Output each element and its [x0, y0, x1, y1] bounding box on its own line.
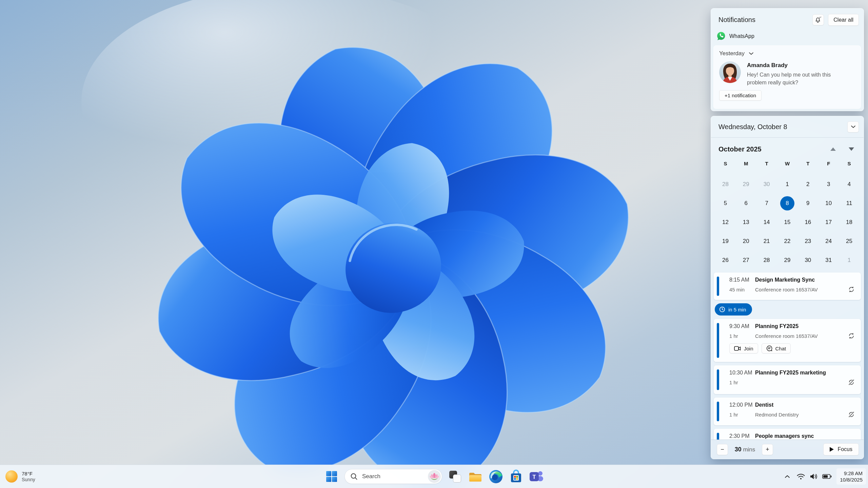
calendar-prev-month-button[interactable] — [830, 147, 836, 151]
calendar-day[interactable]: 12 — [715, 213, 736, 232]
file-explorer-button[interactable] — [468, 469, 483, 484]
chevron-down-icon — [851, 125, 856, 128]
agenda-event[interactable]: 9:30 AM Planning FY2025 1 hr Conference … — [714, 319, 861, 362]
calendar-day[interactable]: 15 — [777, 213, 798, 232]
weekday-label: T — [756, 161, 777, 171]
event-duration: 1 hr — [729, 380, 755, 385]
calendar-day[interactable]: 19 — [715, 232, 736, 251]
increase-minutes-button[interactable]: + — [762, 444, 773, 455]
weekday-header-row: SMTWTFS — [711, 156, 864, 171]
event-time: 8:15 AM — [729, 277, 755, 283]
clock-date: 10/8/2025 — [840, 476, 863, 483]
search-placeholder: Search — [362, 473, 380, 480]
calendar-flyout: Wednesday, October 8 October 2025 SMTWTF… — [711, 116, 864, 459]
calendar-day[interactable]: 1 — [839, 251, 860, 270]
calendar-next-month-button[interactable] — [849, 147, 854, 151]
weather-widget[interactable]: 78°F Sunny — [5, 470, 35, 483]
calendar-day[interactable]: 21 — [756, 232, 777, 251]
calendar-day[interactable]: 20 — [736, 232, 756, 251]
notification-group-label: Yesterday — [719, 50, 745, 57]
calendar-day[interactable]: 11 — [839, 194, 860, 213]
weekday-label: W — [777, 161, 798, 171]
reminder-badge-row: in 5 min — [715, 303, 864, 316]
calendar-day[interactable]: 9 — [797, 194, 818, 213]
event-location: Conference room 16537/AV — [755, 333, 848, 339]
chat-bubble-icon — [766, 345, 772, 351]
calendar-day[interactable]: 1 — [777, 175, 798, 194]
quick-settings-button[interactable] — [793, 470, 835, 483]
calendar-day[interactable]: 30 — [756, 175, 777, 194]
event-accent-bar — [717, 323, 719, 358]
calendar-collapse-button[interactable] — [847, 121, 859, 133]
weekday-label: S — [839, 161, 860, 171]
search-input[interactable]: Search — [344, 469, 442, 484]
windows-logo-icon — [326, 471, 337, 482]
calendar-day[interactable]: 2 — [797, 175, 818, 194]
weekday-label: T — [797, 161, 818, 171]
notification-item[interactable]: Yesterday — [713, 45, 861, 109]
calendar-date-header: Wednesday, October 8 — [711, 116, 864, 138]
calendar-day[interactable]: 7 — [756, 194, 777, 213]
calendar-day[interactable]: 27 — [736, 251, 756, 270]
edge-browser-button[interactable] — [488, 469, 503, 484]
calendar-day[interactable]: 29 — [777, 251, 798, 270]
calendar-day[interactable]: 8 — [777, 194, 798, 213]
event-title: Planning FY2025 marketing — [755, 370, 826, 376]
calendar-day[interactable]: 10 — [818, 194, 839, 213]
calendar-day[interactable]: 28 — [756, 251, 777, 270]
event-time: 12:00 PM — [729, 402, 755, 408]
calendar-day[interactable]: 29 — [736, 175, 756, 194]
agenda-event[interactable]: 10:30 AM Planning FY2025 marketing 1 hr — [714, 365, 861, 394]
decrease-minutes-button[interactable]: − — [717, 444, 728, 455]
teams-icon: T — [529, 470, 544, 483]
notification-group-row[interactable]: Yesterday — [719, 50, 855, 57]
hidden-icons-button[interactable] — [782, 470, 793, 483]
calendar-day[interactable]: 6 — [736, 194, 756, 213]
calendar-day[interactable]: 31 — [818, 251, 839, 270]
focus-button[interactable]: Focus — [823, 443, 859, 455]
calendar-day[interactable]: 25 — [839, 232, 860, 251]
weekday-label: F — [818, 161, 839, 171]
calendar-day[interactable]: 26 — [715, 251, 736, 270]
calendar-day[interactable]: 13 — [736, 213, 756, 232]
weather-condition: Sunny — [22, 477, 35, 483]
agenda-event[interactable]: 12:00 PM Dentist 1 hr Redmond Dentistry — [714, 398, 861, 425]
avatar — [719, 61, 741, 83]
microsoft-store-button[interactable] — [509, 469, 524, 484]
calendar-day[interactable]: 28 — [715, 175, 736, 194]
more-notifications-button[interactable]: +1 notification — [719, 90, 762, 101]
join-button[interactable]: Join — [729, 343, 758, 353]
focus-duration: 30 mins — [733, 446, 757, 453]
notification-settings-button[interactable]: z z — [812, 14, 824, 25]
calendar-day[interactable]: 24 — [818, 232, 839, 251]
calendar-day[interactable]: 4 — [839, 175, 860, 194]
calendar-day[interactable]: 16 — [797, 213, 818, 232]
start-button[interactable] — [324, 469, 339, 484]
calendar-day[interactable]: 3 — [818, 175, 839, 194]
clock-button[interactable]: 9:28 AM 10/8/2025 — [836, 468, 866, 485]
calendar-day[interactable]: 5 — [715, 194, 736, 213]
teams-button[interactable]: T — [529, 469, 544, 484]
search-highlight-badge[interactable] — [428, 470, 441, 483]
taskbar-center: Search — [324, 469, 544, 484]
reminder-badge[interactable]: in 5 min — [715, 303, 752, 316]
search-icon — [350, 473, 358, 480]
calendar-day[interactable]: 17 — [818, 213, 839, 232]
task-view-button[interactable] — [448, 469, 462, 484]
notification-content: Amanda Brady Hey! Can you help me out wi… — [719, 61, 855, 86]
calendar-day[interactable]: 22 — [777, 232, 798, 251]
lotus-icon — [430, 472, 439, 481]
agenda-event[interactable]: 8:15 AM Design Marketing Sync 45 min Con… — [714, 272, 861, 300]
weather-temp: 78°F — [22, 470, 35, 477]
event-time: 10:30 AM — [729, 370, 755, 376]
calendar-day[interactable]: 23 — [797, 232, 818, 251]
event-title: People managers sync — [755, 433, 814, 439]
notification-center: Notifications z z Clear all — [711, 8, 864, 111]
calendar-day[interactable]: 14 — [756, 213, 777, 232]
focus-session-bar: − 30 mins + Focus — [711, 440, 864, 459]
chat-button[interactable]: Chat — [762, 343, 791, 353]
microsoft-store-icon — [509, 469, 523, 484]
calendar-day[interactable]: 30 — [797, 251, 818, 270]
clear-all-button[interactable]: Clear all — [828, 14, 859, 26]
calendar-day[interactable]: 18 — [839, 213, 860, 232]
